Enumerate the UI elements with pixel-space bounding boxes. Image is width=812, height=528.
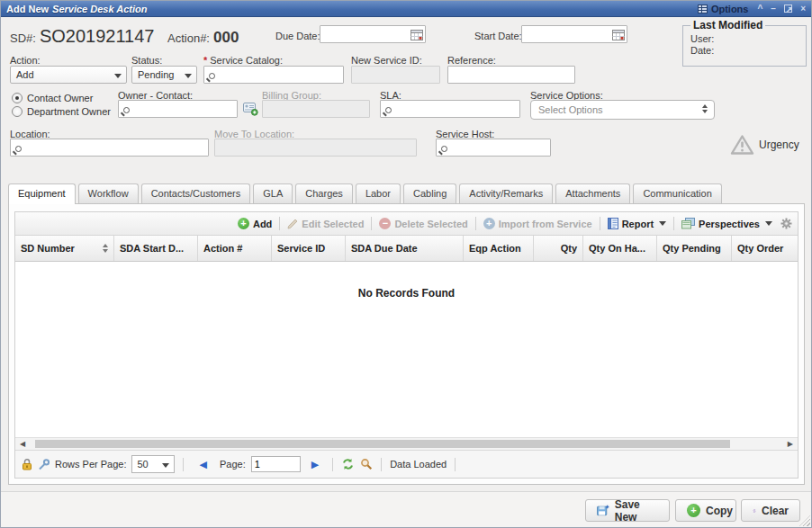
search-icon [15, 146, 22, 152]
status-select[interactable]: Pending [131, 66, 197, 84]
column-header-qty-ordered[interactable]: Qty Order [732, 236, 798, 261]
gear-icon[interactable] [780, 218, 792, 229]
pager-divider [381, 458, 382, 471]
report-label: Report [622, 219, 654, 229]
search-icon [441, 146, 447, 152]
previous-page-icon[interactable]: ◀ [199, 459, 206, 470]
scrollbar-thumb[interactable] [35, 440, 730, 448]
billing-group-field [262, 100, 370, 118]
column-header-label: Qty Order [737, 236, 783, 261]
collapse-icon[interactable]: ^ [757, 4, 762, 13]
lock-icon[interactable] [22, 458, 32, 470]
due-date-field[interactable] [320, 25, 426, 43]
rows-per-page-select[interactable]: 50 [131, 455, 175, 473]
minimize-icon[interactable]: − [771, 4, 776, 13]
wrench-icon[interactable] [38, 459, 50, 470]
reference-field[interactable] [447, 66, 575, 84]
scroll-left-icon[interactable]: ◀ [20, 441, 25, 448]
toolbar-divider [371, 217, 372, 230]
tab-activity-remarks[interactable]: Activity/Remarks [459, 183, 553, 203]
grid-pager: Rows Per Page: 50 ◀ Page: ▶ Data Loaded [15, 450, 798, 478]
import-icon: + [483, 218, 495, 229]
window-title-emphasis: Service Desk Action [52, 4, 147, 14]
tab-labor[interactable]: Labor [356, 183, 401, 203]
status-label: Status: [131, 55, 162, 66]
copy-button[interactable]: + Copy [675, 499, 736, 522]
add-contact-icon[interactable] [243, 102, 258, 116]
equipment-tab-panel: + Add Edit Selected − Delete Selected + … [8, 203, 805, 485]
refresh-icon[interactable] [341, 458, 355, 470]
search-icon [385, 107, 392, 113]
column-header-label: SDA Start D... [120, 236, 184, 261]
edit-selected-button[interactable]: Edit Selected [287, 219, 364, 229]
import-from-service-button[interactable]: + Import from Service [483, 218, 592, 229]
service-options-combo[interactable]: Select Options [530, 100, 715, 120]
chevron-down-icon [185, 74, 192, 78]
radio-icon [12, 106, 23, 117]
pager-divider [455, 458, 456, 471]
column-header-sda-due-date[interactable]: SDA Due Date [346, 236, 464, 261]
last-modified-user-label: User: [690, 33, 798, 44]
scroll-right-icon[interactable]: ▶ [788, 441, 793, 448]
column-header-sd-number[interactable]: SD Number [15, 236, 114, 261]
resize-grip[interactable] [799, 515, 810, 526]
contact-owner-radio[interactable]: Contact Owner [12, 93, 93, 103]
tab-contacts-customers[interactable]: Contacts/Customers [141, 183, 251, 203]
column-header-service-id[interactable]: Service ID [272, 236, 346, 261]
owner-contact-lookup[interactable] [118, 100, 238, 118]
pencil-icon [287, 219, 298, 229]
close-icon[interactable]: × [800, 4, 806, 13]
search-grid-icon[interactable] [360, 458, 373, 470]
tab-workflow[interactable]: Workflow [78, 183, 139, 203]
column-header-qty-on-hand[interactable]: Qty On Ha... [583, 236, 657, 261]
calendar-icon[interactable] [612, 29, 625, 40]
tab-equipment[interactable]: Equipment [8, 183, 76, 204]
perspectives-menu-button[interactable]: Perspectives [681, 218, 772, 229]
page-number-input[interactable] [251, 456, 301, 472]
data-loaded-status: Data Loaded [390, 459, 447, 470]
pager-divider [183, 458, 184, 471]
next-page-icon[interactable]: ▶ [311, 459, 319, 470]
window-title-prefix: Add New [6, 4, 49, 14]
window-title: Add NewService Desk Action [6, 4, 147, 14]
popout-icon[interactable]: ↗ [784, 4, 792, 13]
tab-gla[interactable]: GLA [253, 183, 293, 203]
options-label: Options [711, 4, 749, 14]
service-catalog-lookup[interactable] [203, 66, 344, 84]
page-label: Page: [220, 459, 246, 470]
save-new-button[interactable]: Save New [585, 499, 670, 522]
column-header-label: SDA Due Date [351, 236, 418, 261]
tab-charges[interactable]: Charges [295, 183, 353, 203]
tab-cabling[interactable]: Cabling [403, 183, 456, 203]
urgency-indicator[interactable]: Urgency [730, 134, 799, 156]
location-lookup[interactable] [10, 139, 209, 157]
add-button[interactable]: + Add [238, 218, 272, 229]
grid-toolbar: + Add Edit Selected − Delete Selected + … [15, 212, 798, 236]
clear-refresh-icon [753, 505, 756, 517]
department-owner-radio[interactable]: Department Owner [12, 106, 111, 117]
toolbar-divider [600, 217, 600, 230]
column-header-sda-start-date[interactable]: SDA Start D... [114, 236, 198, 261]
updown-arrows-icon [702, 104, 708, 113]
tab-strip: Equipment Workflow Contacts/Customers GL… [8, 183, 725, 203]
tab-attachments[interactable]: Attachments [555, 183, 630, 203]
horizontal-scrollbar[interactable]: ◀ ▶ [15, 437, 798, 450]
column-header-eqp-action[interactable]: Eqp Action [464, 236, 534, 261]
options-button[interactable]: Options [698, 4, 749, 14]
window-titlebar: Add NewService Desk Action Options ^ − ↗… [1, 1, 811, 17]
start-date-field[interactable] [521, 25, 627, 43]
sla-lookup[interactable] [380, 100, 520, 118]
calendar-icon[interactable] [411, 29, 423, 40]
column-header-qty-pending[interactable]: Qty Pending [657, 236, 732, 261]
clear-button[interactable]: Clear [741, 499, 800, 522]
search-icon [123, 107, 130, 113]
service-host-lookup[interactable] [436, 139, 551, 157]
delete-selected-button[interactable]: − Delete Selected [379, 218, 467, 229]
tab-communication[interactable]: Communication [633, 183, 721, 203]
column-header-qty[interactable]: Qty [534, 236, 583, 261]
report-menu-button[interactable]: Report [608, 218, 666, 229]
perspectives-label: Perspectives [699, 219, 760, 229]
action-select[interactable]: Add [10, 66, 127, 84]
service-catalog-label-group: *Service Catalog: [203, 55, 283, 66]
column-header-action-number[interactable]: Action # [198, 236, 272, 261]
